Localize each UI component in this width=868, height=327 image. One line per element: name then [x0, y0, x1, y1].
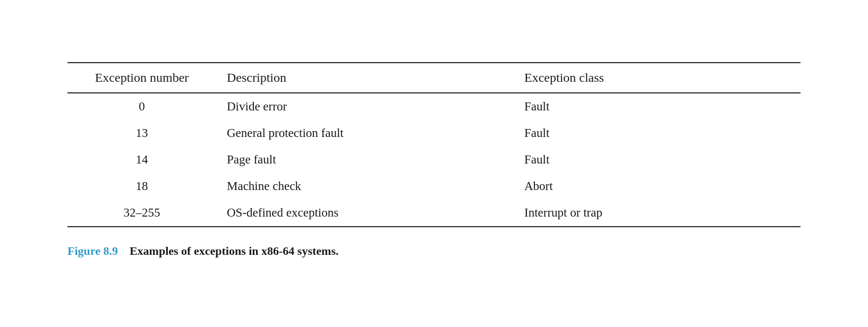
cell-description: OS-defined exceptions: [216, 200, 514, 227]
figure-text: Examples of exceptions in x86-64 systems…: [130, 244, 339, 257]
col-header-class: Exception class: [514, 63, 801, 93]
table-header-row: Exception number Description Exception c…: [67, 63, 801, 93]
main-container: Exception number Description Exception c…: [36, 46, 832, 281]
cell-description: Divide error: [216, 93, 514, 120]
cell-number: 18: [67, 173, 216, 200]
cell-class: Fault: [514, 120, 801, 147]
col-header-number: Exception number: [67, 63, 216, 93]
cell-description: Machine check: [216, 173, 514, 200]
table-row: 32–255OS-defined exceptionsInterrupt or …: [67, 200, 801, 227]
cell-description: Page fault: [216, 147, 514, 173]
exceptions-table: Exception number Description Exception c…: [67, 62, 801, 227]
table-row: 18Machine checkAbort: [67, 173, 801, 200]
table-row: 14Page faultFault: [67, 147, 801, 173]
figure-label: Figure 8.9: [67, 244, 118, 257]
figure-caption: Figure 8.9 Examples of exceptions in x86…: [67, 243, 801, 260]
cell-class: Abort: [514, 173, 801, 200]
cell-description: General protection fault: [216, 120, 514, 147]
cell-class: Interrupt or trap: [514, 200, 801, 227]
col-header-description: Description: [216, 63, 514, 93]
table-row: 0Divide errorFault: [67, 93, 801, 120]
cell-number: 32–255: [67, 200, 216, 227]
cell-number: 13: [67, 120, 216, 147]
cell-class: Fault: [514, 147, 801, 173]
cell-class: Fault: [514, 93, 801, 120]
cell-number: 14: [67, 147, 216, 173]
table-row: 13General protection faultFault: [67, 120, 801, 147]
cell-number: 0: [67, 93, 216, 120]
